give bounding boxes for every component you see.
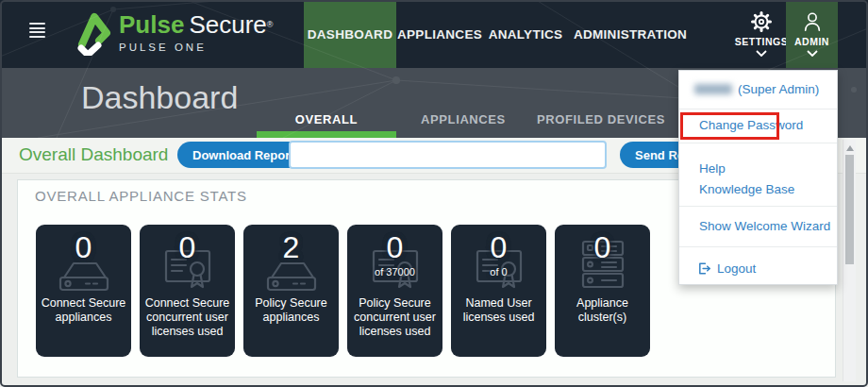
stat-card-named-user-licenses: 0 of 0 Named User licenses used (451, 225, 546, 357)
logout-label: Logout (717, 261, 756, 276)
stat-label: Connect Secure concurrent user licenses … (140, 296, 235, 338)
vertical-scrollbar[interactable] (843, 140, 856, 381)
nav-item-analytics[interactable]: ANALYTICS (483, 0, 568, 68)
stat-card-appliance-clusters: 0 Appliance cluster(s) (555, 225, 650, 357)
admin-menu-button[interactable]: ADMIN (786, 0, 838, 68)
nav-item-appliances[interactable]: APPLIANCES (396, 0, 483, 68)
stat-label: Connect Secure appliances (36, 296, 131, 325)
scrollbar-up-arrow[interactable] (846, 145, 854, 151)
menu-divider (679, 246, 837, 247)
stat-subvalue: of 37000 (347, 266, 442, 278)
admin-dropdown-menu: (Super Admin) Change Password Help Knowl… (678, 70, 838, 285)
settings-button[interactable]: SETTINGS (736, 0, 787, 68)
stat-cards-row: 0 Connect Secure appliances 0 (36, 225, 650, 357)
menu-item-help[interactable]: Help (699, 161, 726, 176)
pulse-secure-logo-icon (74, 10, 111, 56)
redacted-username (694, 84, 732, 94)
active-tab-indicator (257, 131, 396, 138)
menu-divider (679, 206, 837, 207)
stat-card-connect-secure-licenses: 0 Connect Secure concurrent user license… (140, 225, 235, 357)
logout-icon (697, 261, 711, 276)
tab-profiled-devices[interactable]: PROFILED DEVICES (530, 108, 672, 130)
report-email-input[interactable] (289, 141, 607, 169)
menu-item-change-password[interactable]: Change Password (699, 118, 803, 132)
menu-item-show-welcome-wizard[interactable]: Show Welcome Wizard (699, 219, 830, 233)
admin-label: ADMIN (794, 36, 829, 47)
tab-appliances[interactable]: APPLIANCES (396, 108, 530, 130)
brand-name: PulseSecure® (119, 10, 273, 39)
tab-overall[interactable]: OVERALL (257, 108, 396, 130)
stat-label: Policy Secure concurrent user licenses u… (347, 296, 442, 338)
stat-value: 2 (243, 232, 339, 262)
settings-label: SETTINGS (735, 36, 789, 47)
nav-item-dashboard[interactable]: DASHBOARD (304, 0, 396, 68)
stat-label: Appliance cluster(s) (555, 296, 650, 325)
scrollbar-thumb[interactable] (845, 155, 854, 264)
stat-card-connect-secure-appliances: 0 Connect Secure appliances (36, 225, 131, 357)
pulse-secure-logo: PulseSecure® PULSE ONE (74, 10, 273, 56)
main-nav: DASHBOARD APPLIANCES ANALYTICS ADMINISTR… (304, 0, 693, 68)
stat-value: 0 (36, 232, 131, 262)
gear-icon (751, 11, 772, 32)
user-role-label: (Super Admin) (738, 82, 819, 96)
top-navbar: PulseSecure® PULSE ONE DASHBOARD APPLIAN… (0, 0, 868, 68)
chevron-down-icon (807, 50, 818, 57)
chevron-down-icon (756, 50, 767, 57)
menu-item-logout[interactable]: Logout (697, 261, 756, 276)
logged-in-user: (Super Admin) (694, 82, 819, 96)
menu-divider (679, 109, 837, 109)
user-icon (802, 11, 823, 32)
stat-card-policy-secure-appliances: 2 Policy Secure appliances (243, 225, 339, 357)
nav-item-administration[interactable]: ADMINISTRATION (568, 0, 693, 68)
stat-value: 0 (140, 232, 235, 262)
menu-item-knowledge-base[interactable]: Knowledge Base (699, 182, 794, 196)
hamburger-menu-icon[interactable] (29, 23, 45, 40)
page-title: Dashboard (81, 79, 238, 116)
stat-value: 0 (347, 232, 442, 262)
stat-value: 0 (451, 232, 546, 262)
stat-subvalue: of 0 (451, 266, 546, 278)
stat-label: Policy Secure appliances (243, 296, 339, 325)
stat-value: 0 (555, 232, 650, 262)
section-title: Overall Dashboard (19, 144, 168, 165)
stats-heading: OVERALL APPLIANCE STATS (35, 188, 247, 204)
menu-divider (679, 143, 837, 143)
stat-label: Named User licenses used (451, 296, 546, 325)
product-name: PULSE ONE (119, 42, 273, 53)
stat-card-policy-secure-licenses: 0 of 37000 Policy Secure concurrent user… (347, 225, 442, 357)
